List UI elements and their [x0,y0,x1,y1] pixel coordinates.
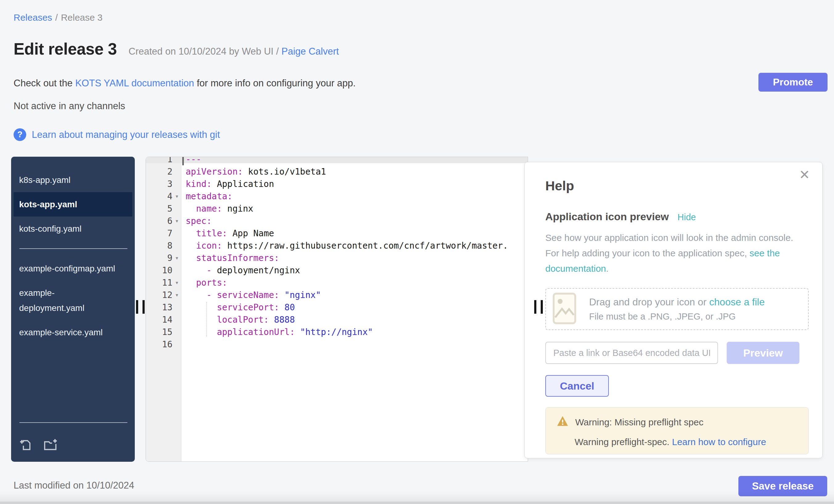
file-sidebar: k8s-app.yamlkots-app.yamlkots-config.yam… [11,157,135,462]
code-line-7: 7 title: App Name [146,227,528,239]
code-text: - deployment/nginx [181,265,300,276]
sidebar-bottom [11,415,135,462]
code-line-8: 8 icon: https://raw.githubusercontent.co… [146,239,528,252]
code-line-15: 15 applicationUrl: "http://nginx" [146,326,528,338]
close-icon[interactable]: ✕ [799,169,810,181]
line-number: 16 [146,339,172,349]
file-item-kots-config.yaml[interactable]: kots-config.yaml [11,217,135,241]
new-file-icon[interactable] [19,438,33,452]
line-number: 15 [146,327,172,337]
preflight-warning: Warning: Missing preflight spec Warning … [545,407,809,454]
line-number: 12 [146,290,172,300]
new-folder-icon[interactable] [43,438,58,452]
configure-preflight-link[interactable]: Learn how to configure [672,437,766,447]
breadcrumb-current: Release 3 [61,12,103,23]
breadcrumb-separator: / [55,12,58,23]
code-text: servicePort: 80 [181,302,295,312]
file-item-kots-app.yaml[interactable]: kots-app.yaml [14,192,132,217]
editor-lines: 1---2apiVersion: kots.io/v1beta13kind: A… [146,157,528,350]
breadcrumb-releases-link[interactable]: Releases [14,12,52,23]
code-line-14: 14 localPort: 8888 [146,313,528,326]
git-help-row[interactable]: ? Learn about managing your releases wit… [14,128,220,141]
code-text: --- [181,157,201,165]
code-line-1: 1--- [146,157,528,165]
sidebar-bottom-divider [19,422,127,423]
dropzone-main-line: Drag and drop your icon or choose a file [589,297,765,308]
code-text: name: nginx [181,203,253,214]
icon-preview-title: Application icon preview [545,211,669,223]
file-item-example-deployment.yaml[interactable]: example-deployment.yaml [11,281,135,320]
hide-link[interactable]: Hide [678,212,696,222]
bottom-strip [0,502,834,504]
line-number: 2 [146,167,172,177]
fold-arrow-icon[interactable]: ▾ [172,280,181,286]
dropzone-text: Drag and drop your icon or choose a file… [589,297,765,322]
warning-detail-text: Warning preflight-spec. [575,437,672,447]
help-panel: ✕ Help Application icon preview Hide See… [524,162,822,458]
fold-arrow-icon[interactable]: ▾ [172,292,181,298]
warning-icon [557,415,568,429]
code-line-2: 2apiVersion: kots.io/v1beta1 [146,165,528,178]
docs-prefix: Check out the [14,78,75,89]
url-row: Preview [545,342,808,364]
code-text: spec: [181,216,212,226]
code-text: localPort: 8888 [181,314,295,325]
line-number: 7 [146,228,172,238]
warning-detail: Warning preflight-spec. Learn how to con… [575,437,802,447]
author-link[interactable]: Paige Calvert [282,46,339,57]
bottom-fade [0,491,834,502]
warning-row: Warning: Missing preflight spec [557,415,802,429]
line-number: 14 [146,314,172,325]
code-text: applicationUrl: "http://nginx" [181,327,373,337]
file-item-k8s-app.yaml[interactable]: k8s-app.yaml [11,168,135,192]
icon-preview-description: See how your application icon will look … [545,230,808,276]
dropzone-requirements: File must be a .PNG, .JPEG, or .JPG [589,311,765,322]
line-number: 9 [146,253,172,263]
last-modified-text: Last modified on 10/10/2024 [14,480,134,491]
example-file-list: example-configmap.yamlexample-deployment… [11,256,135,345]
git-releases-link[interactable]: Learn about managing your releases with … [32,129,220,140]
channel-status: Not active in any channels [14,101,125,112]
image-placeholder-icon [553,293,576,325]
cancel-button[interactable]: Cancel [545,375,609,397]
fold-arrow-icon[interactable]: ▾ [172,255,181,261]
kots-yaml-docs-link[interactable]: KOTS YAML documentation [75,78,194,89]
fold-arrow-icon[interactable]: ▾ [172,193,181,199]
preview-button[interactable]: Preview [727,342,799,364]
page-title: Edit release 3 [14,40,117,58]
code-line-9: 9▾ statusInformers: [146,252,528,264]
code-text: title: App Name [181,228,274,238]
code-text: icon: https://raw.githubusercontent.com/… [181,241,508,251]
line-number: 6 [146,216,172,226]
text-cursor [182,157,184,165]
code-line-11: 11▾ ports: [146,276,528,289]
created-subtitle: Created on 10/10/2024 by Web UI / Paige … [129,46,339,57]
description-period: . [606,263,609,273]
line-number: 10 [146,265,172,276]
editor-resize-handle[interactable] [534,300,543,314]
code-line-16: 16 [146,338,528,350]
docs-suffix: for more info on configuring your app. [194,78,356,89]
code-line-6: 6▾spec: [146,215,528,227]
icon-preview-section-header: Application icon preview Hide [545,211,808,223]
indent-guide [206,302,207,336]
icon-dropzone[interactable]: Drag and drop your icon or choose a file… [545,288,809,330]
created-text: Created on 10/10/2024 by Web UI / [129,46,282,57]
file-item-example-service.yaml[interactable]: example-service.yaml [11,320,135,345]
sidebar-resize-handle[interactable] [136,300,145,314]
line-number: 3 [146,179,172,189]
code-text: ports: [181,278,227,288]
choose-file-link[interactable]: choose a file [709,297,765,308]
code-text: - serviceName: "nginx" [181,290,321,300]
code-text: metadata: [181,191,233,201]
yaml-editor[interactable]: 1---2apiVersion: kots.io/v1beta13kind: A… [146,157,528,462]
code-line-5: 5 name: nginx [146,202,528,215]
file-item-example-configmap.yaml[interactable]: example-configmap.yaml [11,256,135,281]
line-number: 13 [146,302,172,312]
fold-arrow-icon[interactable]: ▾ [172,218,181,224]
icon-url-input[interactable] [545,342,718,364]
title-row: Edit release 3 Created on 10/10/2024 by … [14,40,339,58]
promote-button[interactable]: Promote [759,73,828,92]
breadcrumb: Releases/Release 3 [14,12,103,23]
code-line-4: 4▾metadata: [146,190,528,202]
